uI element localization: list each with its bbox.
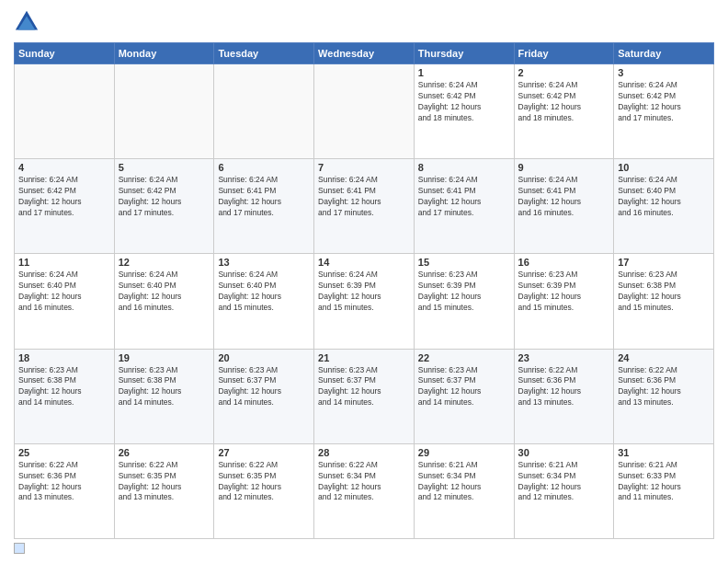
day-cell: 1Sunrise: 6:24 AM Sunset: 6:42 PM Daylig…	[414, 64, 514, 159]
header	[14, 9, 714, 35]
day-cell: 7Sunrise: 6:24 AM Sunset: 6:41 PM Daylig…	[314, 159, 415, 254]
day-cell: 21Sunrise: 6:23 AM Sunset: 6:37 PM Dayli…	[314, 349, 415, 443]
week-row-2: 4Sunrise: 6:24 AM Sunset: 6:42 PM Daylig…	[15, 159, 714, 254]
day-cell: 31Sunrise: 6:21 AM Sunset: 6:33 PM Dayli…	[614, 443, 714, 538]
week-row-3: 11Sunrise: 6:24 AM Sunset: 6:40 PM Dayli…	[15, 254, 714, 349]
day-info: Sunrise: 6:24 AM Sunset: 6:41 PM Dayligh…	[418, 175, 510, 219]
col-header-friday: Friday	[514, 43, 614, 64]
day-info: Sunrise: 6:24 AM Sunset: 6:41 PM Dayligh…	[318, 175, 410, 219]
week-row-4: 18Sunrise: 6:23 AM Sunset: 6:38 PM Dayli…	[15, 349, 714, 443]
day-cell	[15, 64, 115, 159]
day-cell: 14Sunrise: 6:24 AM Sunset: 6:39 PM Dayli…	[314, 254, 415, 349]
day-cell: 2Sunrise: 6:24 AM Sunset: 6:42 PM Daylig…	[514, 64, 614, 159]
day-cell: 8Sunrise: 6:24 AM Sunset: 6:41 PM Daylig…	[414, 159, 514, 254]
day-number: 10	[618, 162, 710, 173]
day-info: Sunrise: 6:24 AM Sunset: 6:42 PM Dayligh…	[119, 175, 210, 219]
day-info: Sunrise: 6:24 AM Sunset: 6:42 PM Dayligh…	[418, 80, 510, 124]
day-info: Sunrise: 6:24 AM Sunset: 6:42 PM Dayligh…	[18, 175, 110, 219]
day-cell: 9Sunrise: 6:24 AM Sunset: 6:41 PM Daylig…	[514, 159, 614, 254]
day-cell: 27Sunrise: 6:22 AM Sunset: 6:35 PM Dayli…	[214, 443, 314, 538]
day-info: Sunrise: 6:23 AM Sunset: 6:37 PM Dayligh…	[418, 365, 510, 409]
day-cell: 4Sunrise: 6:24 AM Sunset: 6:42 PM Daylig…	[15, 159, 115, 254]
day-cell: 26Sunrise: 6:22 AM Sunset: 6:35 PM Dayli…	[114, 443, 214, 538]
day-info: Sunrise: 6:24 AM Sunset: 6:40 PM Dayligh…	[618, 175, 710, 219]
day-cell: 10Sunrise: 6:24 AM Sunset: 6:40 PM Dayli…	[614, 159, 714, 254]
day-info: Sunrise: 6:21 AM Sunset: 6:34 PM Dayligh…	[418, 460, 510, 504]
day-number: 23	[518, 352, 610, 363]
day-info: Sunrise: 6:24 AM Sunset: 6:39 PM Dayligh…	[318, 270, 410, 314]
day-cell: 15Sunrise: 6:23 AM Sunset: 6:39 PM Dayli…	[414, 254, 514, 349]
day-info: Sunrise: 6:21 AM Sunset: 6:34 PM Dayligh…	[518, 460, 610, 504]
day-number: 17	[618, 257, 710, 268]
day-number: 4	[18, 162, 110, 173]
day-number: 15	[418, 257, 510, 268]
generalblue-logo-icon	[14, 9, 40, 35]
day-cell: 25Sunrise: 6:22 AM Sunset: 6:36 PM Dayli…	[15, 443, 115, 538]
day-number: 6	[218, 162, 310, 173]
day-number: 7	[318, 162, 410, 173]
day-cell: 16Sunrise: 6:23 AM Sunset: 6:39 PM Dayli…	[514, 254, 614, 349]
day-number: 31	[618, 447, 710, 458]
day-number: 11	[18, 257, 110, 268]
calendar-header: SundayMondayTuesdayWednesdayThursdayFrid…	[15, 43, 714, 64]
col-header-wednesday: Wednesday	[314, 43, 415, 64]
col-header-saturday: Saturday	[614, 43, 714, 64]
day-cell: 30Sunrise: 6:21 AM Sunset: 6:34 PM Dayli…	[514, 443, 614, 538]
day-info: Sunrise: 6:22 AM Sunset: 6:36 PM Dayligh…	[518, 365, 610, 409]
day-cell: 3Sunrise: 6:24 AM Sunset: 6:42 PM Daylig…	[614, 64, 714, 159]
day-info: Sunrise: 6:23 AM Sunset: 6:37 PM Dayligh…	[218, 365, 310, 409]
week-row-1: 1Sunrise: 6:24 AM Sunset: 6:42 PM Daylig…	[15, 64, 714, 159]
day-cell	[314, 64, 415, 159]
day-cell: 12Sunrise: 6:24 AM Sunset: 6:40 PM Dayli…	[114, 254, 214, 349]
day-cell	[114, 64, 214, 159]
page: SundayMondayTuesdayWednesdayThursdayFrid…	[0, 0, 728, 563]
day-number: 19	[119, 352, 210, 363]
day-info: Sunrise: 6:23 AM Sunset: 6:38 PM Dayligh…	[119, 365, 210, 409]
day-cell: 11Sunrise: 6:24 AM Sunset: 6:40 PM Dayli…	[15, 254, 115, 349]
day-number: 28	[318, 447, 410, 458]
day-number: 12	[119, 257, 210, 268]
day-number: 20	[218, 352, 310, 363]
day-info: Sunrise: 6:22 AM Sunset: 6:35 PM Dayligh…	[119, 460, 210, 504]
day-number: 22	[418, 352, 510, 363]
day-info: Sunrise: 6:23 AM Sunset: 6:38 PM Dayligh…	[18, 365, 110, 409]
day-info: Sunrise: 6:22 AM Sunset: 6:35 PM Dayligh…	[218, 460, 310, 504]
day-cell: 17Sunrise: 6:23 AM Sunset: 6:38 PM Dayli…	[614, 254, 714, 349]
day-info: Sunrise: 6:23 AM Sunset: 6:38 PM Dayligh…	[618, 270, 710, 314]
header-row: SundayMondayTuesdayWednesdayThursdayFrid…	[15, 43, 714, 64]
day-cell: 23Sunrise: 6:22 AM Sunset: 6:36 PM Dayli…	[514, 349, 614, 443]
day-number: 2	[518, 67, 610, 78]
day-cell: 5Sunrise: 6:24 AM Sunset: 6:42 PM Daylig…	[114, 159, 214, 254]
day-info: Sunrise: 6:24 AM Sunset: 6:42 PM Dayligh…	[618, 80, 710, 124]
day-info: Sunrise: 6:22 AM Sunset: 6:36 PM Dayligh…	[618, 365, 710, 409]
day-number: 1	[418, 67, 510, 78]
day-info: Sunrise: 6:24 AM Sunset: 6:42 PM Dayligh…	[518, 80, 610, 124]
day-number: 25	[18, 447, 110, 458]
day-info: Sunrise: 6:23 AM Sunset: 6:37 PM Dayligh…	[318, 365, 410, 409]
day-info: Sunrise: 6:23 AM Sunset: 6:39 PM Dayligh…	[418, 270, 510, 314]
calendar-body: 1Sunrise: 6:24 AM Sunset: 6:42 PM Daylig…	[15, 64, 714, 539]
day-info: Sunrise: 6:24 AM Sunset: 6:41 PM Dayligh…	[218, 175, 310, 219]
day-cell: 6Sunrise: 6:24 AM Sunset: 6:41 PM Daylig…	[214, 159, 314, 254]
day-info: Sunrise: 6:24 AM Sunset: 6:40 PM Dayligh…	[218, 270, 310, 314]
day-number: 9	[518, 162, 610, 173]
day-number: 29	[418, 447, 510, 458]
week-row-5: 25Sunrise: 6:22 AM Sunset: 6:36 PM Dayli…	[15, 443, 714, 538]
day-number: 3	[618, 67, 710, 78]
day-cell: 24Sunrise: 6:22 AM Sunset: 6:36 PM Dayli…	[614, 349, 714, 443]
day-number: 8	[418, 162, 510, 173]
day-info: Sunrise: 6:21 AM Sunset: 6:33 PM Dayligh…	[618, 460, 710, 504]
col-header-sunday: Sunday	[15, 43, 115, 64]
day-cell: 19Sunrise: 6:23 AM Sunset: 6:38 PM Dayli…	[114, 349, 214, 443]
day-info: Sunrise: 6:24 AM Sunset: 6:40 PM Dayligh…	[119, 270, 210, 314]
day-number: 30	[518, 447, 610, 458]
legend	[14, 543, 714, 554]
day-number: 26	[119, 447, 210, 458]
day-cell	[214, 64, 314, 159]
day-cell: 18Sunrise: 6:23 AM Sunset: 6:38 PM Dayli…	[15, 349, 115, 443]
day-number: 21	[318, 352, 410, 363]
day-cell: 13Sunrise: 6:24 AM Sunset: 6:40 PM Dayli…	[214, 254, 314, 349]
col-header-thursday: Thursday	[414, 43, 514, 64]
day-number: 16	[518, 257, 610, 268]
logo	[14, 9, 43, 35]
